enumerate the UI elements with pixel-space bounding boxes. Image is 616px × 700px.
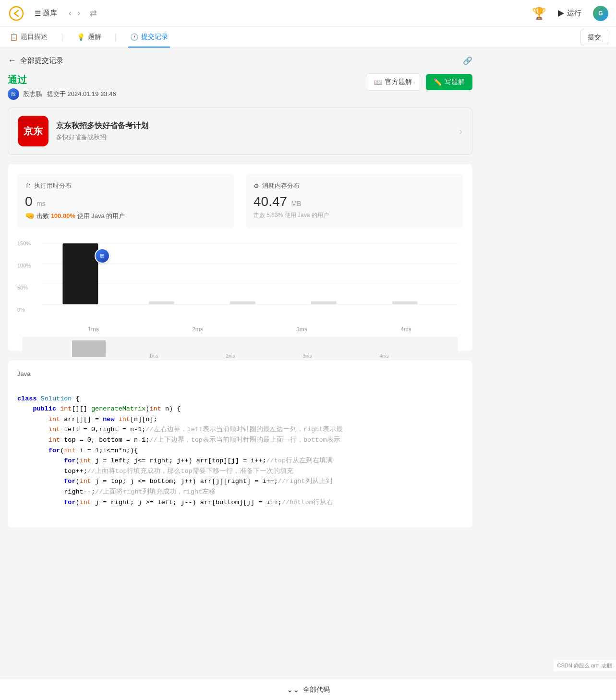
nav-arrows: ‹ › [67,6,82,20]
x-label-3ms: 3ms [296,326,307,333]
performance-chart [22,236,458,322]
back-label: 全部提交记录 [20,56,63,65]
svg-rect-9 [392,301,418,304]
write-solution-label: 写题解 [445,78,465,86]
ad-logo-text: 京东 [24,125,43,138]
run-label: 运行 [567,9,581,18]
link-icon: 🔗 [463,56,472,65]
svg-rect-8 [311,301,337,304]
y-label-50: 50% [17,285,31,290]
chart-x-labels: 1ms 2ms 3ms 4ms [22,326,458,333]
memory-value: 40.47 [254,194,287,209]
beat-icon: 🤜 [25,211,35,220]
submitted-at-text: 提交于 2024.01.19 23:46 [47,90,116,97]
svg-text:4ms: 4ms [380,353,389,359]
nav-logo[interactable] [8,5,25,22]
time-perf-card: ⏱ 执行用时分布 0 ms 🤜 击败 100.00% 使用 Java 的用户 [17,174,234,228]
y-label-150: 150% [17,241,31,246]
status-user-row: 殷 殷志鹏 提交于 2024.01.19 23:46 [8,88,116,100]
submissions-icon: 🕐 [130,33,138,41]
y-label-100: 100% [17,263,31,268]
mini-chart: 1ms 2ms 3ms 4ms [22,337,458,360]
edit-icon: ✏️ [434,78,442,86]
main-content: ← 全部提交记录 🔗 通过 殷 殷志鹏 提交于 2024.01.19 23:46… [0,48,480,545]
memory-icon: ⚙ [254,182,259,190]
ad-banner[interactable]: 京东 京东秋招多快好省备考计划 多快好省备战秋招 › [8,108,472,155]
next-button[interactable]: › [75,6,82,20]
submitter-avatar: 殷 [8,88,19,100]
chart-user-pin: 殷 [95,248,110,264]
shuffle-button[interactable]: ⇄ [88,6,99,21]
watermark-text: CSDN @殷么 grd_志鹏 [557,663,612,668]
trophy-icon: 🏆 [532,7,546,20]
top-nav: ☰ 题库 ‹ › ⇄ 🏆 运行 G [0,0,616,27]
nav-title-label: 题库 [43,9,57,18]
beat-suffix: 使用 Java 的用户 [77,212,125,219]
back-row[interactable]: ← 全部提交记录 🔗 [8,56,472,66]
svg-rect-10 [72,340,106,357]
svg-point-0 [10,7,23,20]
csdn-watermark: CSDN @殷么 grd_志鹏 [554,660,616,671]
code-block: class Solution { public int[][] generate… [17,383,463,518]
beat-pct: 100.00% [51,212,75,219]
tab-submissions[interactable]: 🕐 提交记录 [128,27,170,48]
code-language-badge: Java [17,370,463,377]
status-section: 通过 殷 殷志鹏 提交于 2024.01.19 23:46 📖 官方题解 ✏️ … [8,73,472,100]
problem-bank-button[interactable]: ☰ 题库 [31,7,61,20]
status-left: 通过 殷 殷志鹏 提交于 2024.01.19 23:46 [8,73,116,100]
tab-submissions-label: 提交记录 [141,33,168,41]
shuffle-icon: ⇄ [90,9,97,18]
official-solution-button[interactable]: 📖 官方题解 [366,73,420,91]
perf-row: ⏱ 执行用时分布 0 ms 🤜 击败 100.00% 使用 Java 的用户 ⚙ [17,174,463,228]
run-button[interactable]: 运行 [552,7,587,20]
official-solution-label: 官方题解 [385,78,412,86]
write-solution-button[interactable]: ✏️ 写题解 [426,74,472,90]
ad-arrow-icon: › [459,126,462,137]
ad-subtitle: 多快好省备战秋招 [56,133,148,142]
memory-title-label: 消耗内存分布 [262,181,300,190]
svg-rect-7 [230,301,255,304]
book-icon: 📖 [374,78,382,86]
expand-icon: ⌄⌄ [287,685,299,694]
back-arrow-icon: ← [8,56,16,66]
time-beat-text: 击败 100.00% 使用 Java 的用户 [36,212,125,220]
time-unit: ms [36,200,46,207]
svg-text:1ms: 1ms [149,353,158,359]
solution-icon: 💡 [77,33,85,41]
memory-beat-row: 击败 5.83% 使用 Java 的用户 [254,211,455,219]
tab-solution-label: 题解 [88,33,101,41]
menu-icon: ☰ [35,9,41,18]
ad-title: 京东秋招多快好省备考计划 [56,121,148,131]
memory-unit: MB [291,200,302,207]
memory-value-row: 40.47 MB [254,194,455,209]
time-value: 0 [25,194,33,209]
ad-text: 京东秋招多快好省备考计划 多快好省备战秋招 [56,121,148,142]
x-label-1ms: 1ms [88,326,99,333]
chart-container: 150% 100% 50% 0% 殷 [17,236,463,341]
code-section: Java class Solution { public int[][] gen… [8,361,472,528]
bottom-bar-label: 全部代码 [303,686,330,694]
submit-button[interactable]: 提交 [580,30,608,45]
tab-solution[interactable]: 💡 题解 [75,27,103,48]
bottom-bar[interactable]: ⌄⌄ 全部代码 [0,679,616,700]
time-title-label: 执行用时分布 [34,181,72,190]
tab-divider-1: | [61,32,63,42]
y-label-0: 0% [17,307,31,313]
tab-description-label: 题目描述 [21,33,48,41]
memory-title: ⚙ 消耗内存分布 [254,181,455,190]
prev-button[interactable]: ‹ [67,6,73,20]
user-name-text: 殷志鹏 [23,90,42,97]
status-actions: 📖 官方题解 ✏️ 写题解 [366,73,472,91]
x-label-2ms: 2ms [192,326,203,333]
time-title: ⏱ 执行用时分布 [25,181,227,190]
tab-description[interactable]: 📋 题目描述 [8,27,49,48]
svg-rect-5 [62,243,98,304]
time-beat-row: 🤜 击败 100.00% 使用 Java 的用户 [25,211,227,220]
memory-beat-text: 击败 5.83% 使用 Java 的用户 [254,211,329,219]
performance-section: ⏱ 执行用时分布 0 ms 🤜 击败 100.00% 使用 Java 的用户 ⚙ [8,164,472,351]
status-pass-label: 通过 [8,73,116,86]
description-icon: 📋 [10,33,18,41]
user-avatar[interactable]: G [593,6,608,21]
memory-perf-card: ⚙ 消耗内存分布 40.47 MB 击败 5.83% 使用 Java 的用户 [246,174,463,228]
ad-logo: 京东 [18,116,48,146]
